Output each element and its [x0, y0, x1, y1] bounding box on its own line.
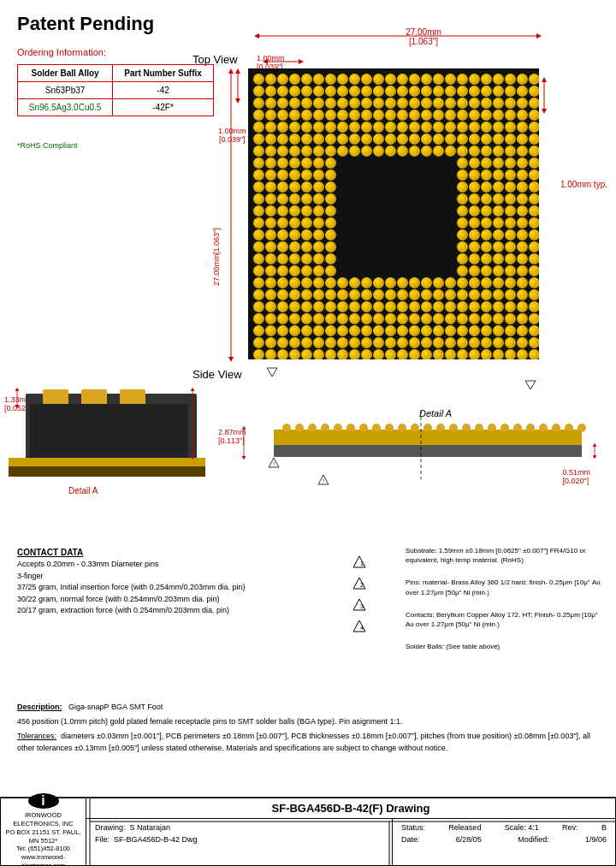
- contact-line1: Accepts 0.20mm - 0.33mm Diameter pins: [17, 559, 342, 571]
- tolerances-label: Tolerances:: [17, 732, 56, 740]
- description-text: Giga-snapP BGA SMT Foot: [68, 703, 163, 711]
- svg-text:!: !: [273, 461, 275, 466]
- svg-point-15: [295, 424, 304, 432]
- ordering-info-label: Ordering Information:: [17, 47, 106, 57]
- footer-main: SF-BGA456D-B-42(F) Drawing Drawing: S Na…: [86, 798, 615, 865]
- note-1: Substrate: 1.59mm ±0.18mm [0.0625" ±0.00…: [351, 546, 607, 565]
- modified-value: 1/9/06: [585, 833, 607, 845]
- scale-label: Scale: 4:1: [505, 822, 539, 833]
- contact-text: Accepts 0.20mm - 0.33mm Diameter pins 3-…: [17, 559, 342, 617]
- file-label: File:: [95, 835, 110, 844]
- note-3-text: Contacts: Beryllium Copper Alloy 172, HT…: [406, 610, 607, 629]
- table-row: Sn96.5Ag3.0Cu0.5 -42F*: [18, 99, 214, 116]
- svg-marker-53: [318, 475, 329, 484]
- notes-section: Substrate: 1.59mm ±0.18mm [0.0625" ±0.00…: [351, 546, 607, 655]
- svg-point-16: [308, 424, 317, 432]
- svg-rect-8: [120, 389, 145, 406]
- svg-point-29: [475, 424, 483, 432]
- footer: i IRONWOOD ELECTRONICS, INC PO BOX 21151…: [0, 798, 616, 866]
- svg-point-22: [385, 424, 394, 432]
- contact-title: CONTACT DATA: [17, 548, 342, 557]
- date-label: Date:: [401, 833, 420, 845]
- suffix-1: -42: [113, 82, 214, 99]
- svg-text:!: !: [323, 478, 324, 483]
- svg-point-37: [578, 424, 586, 432]
- footer-logo: i IRONWOOD ELECTRONICS, INC PO BOX 21151…: [1, 798, 86, 865]
- company-info: IRONWOOD ELECTRONICS, INC PO BOX 21151 S…: [5, 811, 81, 866]
- footer-meta-right: Status: Released Scale: 4:1 Rev: B Date:…: [393, 819, 615, 865]
- page-title: Patent Pending: [17, 13, 154, 35]
- svg-point-36: [565, 424, 573, 432]
- col-suffix-header: Part Number Suffix: [113, 65, 214, 82]
- svg-point-33: [526, 424, 535, 432]
- file-row: File: SF-BGA456D-B-42 Dwg: [95, 833, 383, 845]
- svg-rect-10: [9, 458, 205, 466]
- dim-height-2: 2.36mm [0.093"]: [163, 404, 191, 421]
- description-label: Description:: [17, 703, 62, 711]
- footer-meta: Drawing: S Natarajan File: SF-BGA456D-B-…: [86, 819, 615, 865]
- svg-point-25: [424, 424, 432, 432]
- contact-line4: 30/22 gram, normal force (with 0.254mm/0…: [17, 594, 342, 606]
- svg-rect-7: [81, 389, 107, 406]
- table-row: Sn63Pb37 -42: [18, 82, 214, 99]
- note-1-text: Substrate: 1.59mm ±0.18mm [0.0625" ±0.00…: [406, 546, 607, 565]
- detail-a-right: Detail A: [419, 408, 452, 418]
- dim-pcb-thick: 0.51mm [0.020"]: [562, 468, 590, 485]
- svg-point-26: [436, 424, 445, 432]
- contact-line3: 37/25 gram, Initial insertion force (wit…: [17, 582, 342, 594]
- dim-1mm-typ: 1.00mm typ.: [560, 180, 607, 189]
- bga-grid: [248, 68, 539, 359]
- company-logo: i: [28, 793, 59, 809]
- svg-point-28: [462, 424, 471, 432]
- side-view-label: Side View: [192, 368, 242, 381]
- alloy-1: Sn63Pb37: [18, 82, 113, 99]
- date-value: 6/28/05: [456, 833, 482, 845]
- status-label: Status:: [401, 822, 425, 833]
- note-2-text: Pins: material- Brass Alloy 360 1/2 hard…: [406, 578, 607, 596]
- footer-title: SF-BGA456D-B-42(F) Drawing: [86, 798, 615, 819]
- dim-27mm-width: 27.00mm [1.063"]: [299, 27, 548, 46]
- description-line: Description: Giga-snapP BGA SMT Foot: [17, 702, 607, 714]
- alloy-table: Solder Ball Alloy Part Number Suffix Sn6…: [17, 64, 214, 116]
- rohs-note: *RoHS Compliant: [17, 141, 78, 150]
- svg-point-18: [334, 424, 342, 432]
- dim-27mm-height: 27.00mm[1.063"]: [212, 171, 221, 342]
- dim-height-3: 2.87mm [0.113"]: [218, 428, 246, 445]
- svg-point-34: [539, 424, 548, 432]
- drawing-row: Drawing: S Natarajan: [95, 822, 383, 833]
- detail-a-left: Detail A: [68, 486, 98, 495]
- dim-height-1: 1.33mm [0.052"]: [4, 395, 33, 412]
- svg-rect-6: [43, 389, 68, 406]
- svg-point-17: [321, 424, 329, 432]
- svg-point-14: [282, 424, 291, 432]
- contact-line2: 3-finger: [17, 571, 342, 583]
- note-4: Solder Balls: (See table above): [351, 642, 607, 651]
- file-value: SF-BGA456D-B-42 Dwg: [114, 835, 198, 844]
- svg-point-20: [359, 424, 368, 432]
- description-section: Description: Giga-snapP BGA SMT Foot 456…: [17, 702, 607, 756]
- svg-point-27: [449, 424, 458, 432]
- svg-point-24: [411, 424, 419, 432]
- dim-1mm-left: 1.00mm [0.039"]: [218, 127, 246, 144]
- top-view-label: Top View: [192, 53, 238, 66]
- suffix-2: -42F*: [113, 99, 214, 116]
- status-row: Status: Released Scale: 4:1 Rev: B: [401, 822, 607, 833]
- svg-marker-55: [525, 381, 536, 389]
- svg-point-35: [552, 424, 560, 432]
- svg-point-30: [488, 424, 496, 432]
- svg-point-21: [372, 424, 381, 432]
- svg-marker-56: [267, 368, 277, 377]
- note-4-text: Solder Balls: (See table above): [406, 642, 500, 651]
- date-row: Date: 6/28/05 Modified: 1/9/06: [401, 833, 607, 845]
- tolerances-line: Tolerances: diameters ±0.03mm [±0.001"],…: [17, 731, 607, 754]
- svg-point-31: [500, 424, 509, 432]
- contact-section: CONTACT DATA Accepts 0.20mm - 0.33mm Dia…: [17, 548, 342, 617]
- description-detail: 456 position (1.0mm pitch) gold plated f…: [17, 716, 607, 728]
- status-value: Released: [448, 822, 481, 833]
- rev-value: B: [601, 822, 607, 833]
- drawing-label: Drawing:: [95, 823, 126, 832]
- modified-label: Modified:: [518, 833, 549, 845]
- svg-point-32: [513, 424, 522, 432]
- svg-point-23: [398, 424, 406, 432]
- svg-rect-12: [274, 430, 582, 445]
